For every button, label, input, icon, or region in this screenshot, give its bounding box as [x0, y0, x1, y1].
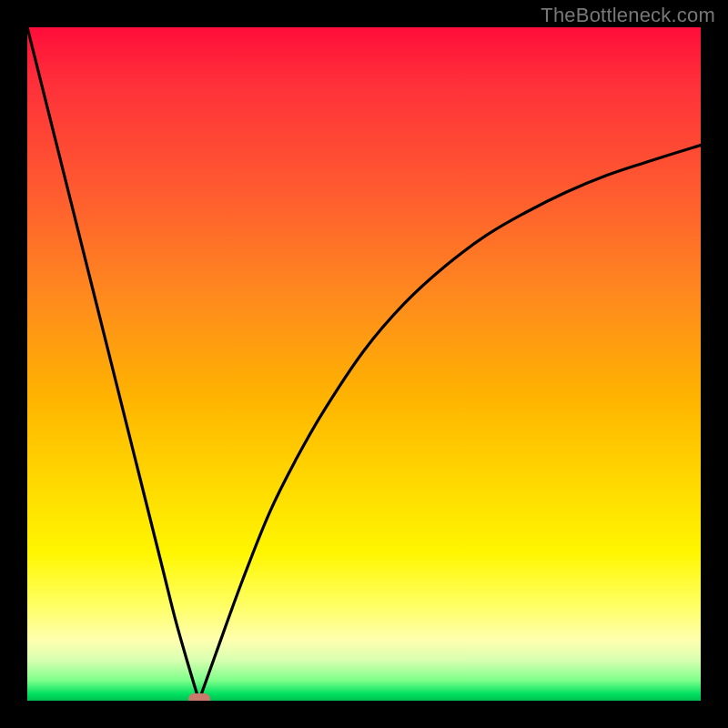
chart-frame: TheBottleneck.com	[0, 0, 728, 728]
optimal-point-marker	[188, 693, 210, 701]
bottleneck-curve-right	[199, 146, 701, 702]
curve-layer	[27, 27, 701, 701]
watermark-text: TheBottleneck.com	[541, 4, 715, 27]
plot-area	[27, 27, 701, 701]
bottleneck-curve-left	[27, 27, 199, 701]
